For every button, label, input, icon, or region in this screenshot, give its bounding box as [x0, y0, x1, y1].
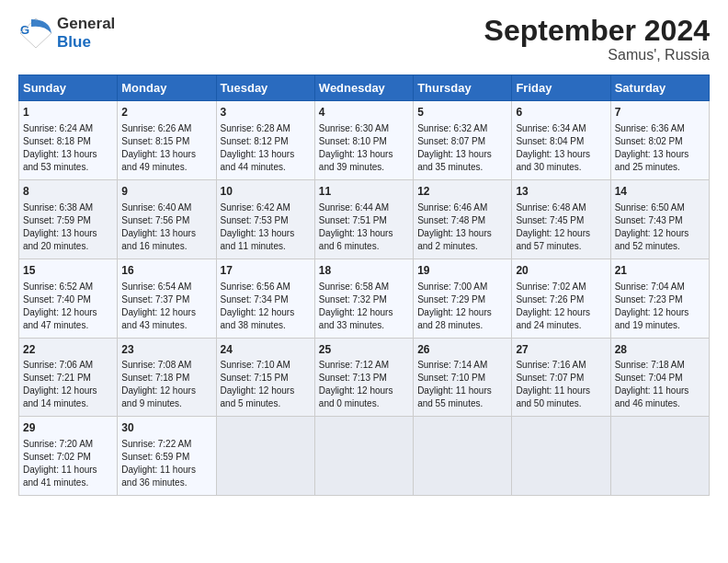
day-info-line: Daylight: 11 hours [121, 464, 211, 477]
day-info-line: and 6 minutes. [319, 240, 409, 253]
day-info-line: Sunrise: 7:08 AM [121, 359, 211, 372]
calendar-cell: 29Sunrise: 7:20 AMSunset: 7:02 PMDayligh… [19, 417, 118, 496]
day-info-line: Sunset: 7:32 PM [319, 293, 409, 306]
calendar-cell: 9Sunrise: 6:40 AMSunset: 7:56 PMDaylight… [118, 179, 216, 259]
day-info-line: and 50 minutes. [516, 397, 606, 410]
calendar-cell: 3Sunrise: 6:28 AMSunset: 8:12 PMDaylight… [216, 101, 314, 180]
day-info-line: Sunset: 7:26 PM [516, 293, 606, 306]
day-info-line: Sunrise: 6:34 AM [516, 122, 606, 135]
day-info-line: Sunrise: 6:24 AM [23, 122, 113, 135]
day-info-line: Daylight: 13 hours [417, 148, 507, 161]
day-info-line: and 46 minutes. [615, 397, 705, 410]
calendar-cell: 14Sunrise: 6:50 AMSunset: 7:43 PMDayligh… [610, 179, 709, 259]
day-info-line: Sunrise: 7:20 AM [23, 438, 113, 451]
day-info-line: and 44 minutes. [221, 161, 311, 174]
calendar-cell: 2Sunrise: 6:26 AMSunset: 8:15 PMDaylight… [118, 101, 216, 180]
day-number: 21 [615, 263, 705, 279]
day-info-line: Sunrise: 6:30 AM [319, 122, 409, 135]
day-info-line: Sunrise: 6:44 AM [319, 201, 409, 214]
day-info-line: Sunset: 6:59 PM [121, 451, 211, 464]
day-info-line: and 53 minutes. [23, 161, 113, 174]
day-info-line: and 25 minutes. [615, 161, 705, 174]
day-info-line: and 38 minutes. [221, 319, 311, 332]
column-header-friday: Friday [512, 75, 610, 101]
calendar-cell: 19Sunrise: 7:00 AMSunset: 7:29 PMDayligh… [414, 259, 512, 338]
day-info-line: and 0 minutes. [319, 397, 409, 410]
day-info-line: Sunset: 7:23 PM [615, 293, 705, 306]
day-info-line: and 35 minutes. [417, 161, 507, 174]
day-info-line: Sunrise: 6:26 AM [121, 122, 211, 135]
day-info-line: Sunset: 7:43 PM [615, 214, 705, 227]
day-info-line: Daylight: 12 hours [221, 385, 311, 397]
day-info-line: and 57 minutes. [516, 240, 606, 253]
day-info-line: Sunset: 8:10 PM [319, 135, 409, 148]
day-number: 7 [615, 105, 705, 121]
day-info-line: Sunset: 8:07 PM [417, 135, 507, 148]
calendar-cell: 4Sunrise: 6:30 AMSunset: 8:10 PMDaylight… [314, 101, 413, 180]
day-info-line: Daylight: 12 hours [615, 306, 705, 319]
day-info-line: Sunrise: 7:16 AM [516, 359, 606, 372]
calendar-cell: 7Sunrise: 6:36 AMSunset: 8:02 PMDaylight… [610, 101, 709, 180]
day-info-line: Sunset: 7:37 PM [121, 293, 211, 306]
calendar-cell: 13Sunrise: 6:48 AMSunset: 7:45 PMDayligh… [512, 179, 610, 259]
calendar-cell [610, 417, 709, 496]
day-info-line: Daylight: 13 hours [121, 148, 211, 161]
day-info-line: Sunset: 7:59 PM [23, 214, 113, 227]
day-info-line: Sunrise: 6:32 AM [417, 122, 507, 135]
day-number: 10 [221, 184, 311, 200]
calendar-cell: 18Sunrise: 6:58 AMSunset: 7:32 PMDayligh… [314, 259, 413, 338]
day-info-line: and 43 minutes. [121, 319, 211, 332]
calendar-cell: 15Sunrise: 6:52 AMSunset: 7:40 PMDayligh… [19, 259, 118, 338]
title-block: September 2024 Samus', Russia [484, 15, 710, 63]
column-header-wednesday: Wednesday [314, 75, 413, 101]
calendar-cell: 20Sunrise: 7:02 AMSunset: 7:26 PMDayligh… [512, 259, 610, 338]
calendar-cell: 24Sunrise: 7:10 AMSunset: 7:15 PMDayligh… [216, 338, 314, 417]
day-number: 30 [121, 420, 211, 436]
day-info-line: Daylight: 12 hours [319, 385, 409, 397]
day-number: 4 [319, 105, 409, 121]
day-info-line: Sunset: 7:04 PM [615, 372, 705, 385]
day-info-line: Daylight: 13 hours [121, 227, 211, 240]
day-info-line: Sunset: 7:56 PM [121, 214, 211, 227]
day-info-line: and 2 minutes. [417, 240, 507, 253]
day-number: 29 [23, 420, 113, 436]
calendar-week-row: 8Sunrise: 6:38 AMSunset: 7:59 PMDaylight… [19, 179, 710, 259]
calendar-cell [314, 417, 413, 496]
day-info-line: Sunrise: 6:36 AM [615, 122, 705, 135]
day-info-line: Sunrise: 6:28 AM [221, 122, 311, 135]
day-info-line: Sunrise: 7:00 AM [417, 281, 507, 293]
day-info-line: Daylight: 12 hours [417, 306, 507, 319]
day-number: 22 [23, 342, 113, 358]
calendar-cell: 11Sunrise: 6:44 AMSunset: 7:51 PMDayligh… [314, 179, 413, 259]
day-info-line: Daylight: 13 hours [319, 227, 409, 240]
day-info-line: Sunset: 7:45 PM [516, 214, 606, 227]
day-info-line: Daylight: 12 hours [615, 227, 705, 240]
calendar-cell: 26Sunrise: 7:14 AMSunset: 7:10 PMDayligh… [414, 338, 512, 417]
day-info-line: Sunrise: 6:46 AM [417, 201, 507, 214]
day-info-line: Daylight: 12 hours [319, 306, 409, 319]
calendar-cell: 8Sunrise: 6:38 AMSunset: 7:59 PMDaylight… [19, 179, 118, 259]
day-info-line: Sunrise: 6:50 AM [615, 201, 705, 214]
day-info-line: Sunrise: 7:18 AM [615, 359, 705, 372]
calendar-week-row: 1Sunrise: 6:24 AMSunset: 8:18 PMDaylight… [19, 101, 710, 180]
calendar-week-row: 15Sunrise: 6:52 AMSunset: 7:40 PMDayligh… [19, 259, 710, 338]
day-info-line: Daylight: 11 hours [615, 385, 705, 397]
day-info-line: and 52 minutes. [615, 240, 705, 253]
calendar-cell: 16Sunrise: 6:54 AMSunset: 7:37 PMDayligh… [118, 259, 216, 338]
calendar-cell [512, 417, 610, 496]
day-info-line: Daylight: 11 hours [417, 385, 507, 397]
day-number: 25 [319, 342, 409, 358]
day-info-line: Sunset: 8:12 PM [221, 135, 311, 148]
day-number: 12 [417, 184, 507, 200]
day-number: 9 [121, 184, 211, 200]
logo: G General Blue [18, 15, 115, 51]
calendar-cell: 22Sunrise: 7:06 AMSunset: 7:21 PMDayligh… [19, 338, 118, 417]
day-number: 19 [417, 263, 507, 279]
calendar-cell: 12Sunrise: 6:46 AMSunset: 7:48 PMDayligh… [414, 179, 512, 259]
day-number: 2 [121, 105, 211, 121]
day-number: 5 [417, 105, 507, 121]
day-info-line: Sunrise: 6:54 AM [121, 281, 211, 293]
day-info-line: Sunrise: 7:12 AM [319, 359, 409, 372]
day-info-line: Sunrise: 6:48 AM [516, 201, 606, 214]
day-number: 23 [121, 342, 211, 358]
